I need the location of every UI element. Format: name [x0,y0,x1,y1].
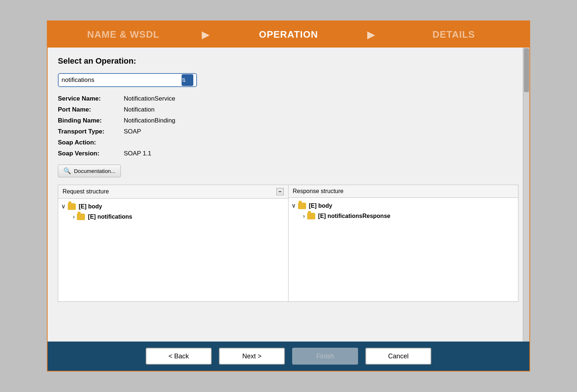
prop-port-name: Port Name: Notification [58,106,518,113]
prop-soap-action: Soap Action: [58,139,518,146]
next-button[interactable]: Next > [219,348,285,365]
operation-dropdown[interactable]: notifications ⇅ [58,73,197,87]
response-structure-panel: Response structure ∨ [E] body › [E] noti… [288,185,518,301]
request-child-folder-icon [77,214,85,220]
structure-panels: Request structure − ∨ [E] body › [E] not… [58,185,518,302]
response-tree-root: ∨ [E] body [291,202,515,209]
request-structure-panel: Request structure − ∨ [E] body › [E] not… [58,185,288,301]
finish-button[interactable]: Finish [292,348,358,365]
dropdown-arrow-btn[interactable]: ⇅ [182,74,193,86]
prop-binding-name: Binding Name: NotificationBinding [58,117,518,124]
prop-service-name: Service Name: NotificationService [58,95,518,102]
dialog-content: Select an Operation: notifications ⇅ Ser… [48,48,529,342]
wizard-step-details[interactable]: DETAILS [378,21,529,48]
response-child-toggle[interactable]: › [303,213,305,219]
request-root-toggle[interactable]: ∨ [61,203,66,210]
response-tree-child: › [E] notificationsResponse [303,213,515,219]
response-child-label: [E] notificationsResponse [318,213,390,219]
properties-table: Service Name: NotificationService Port N… [58,95,518,157]
wizard-header: NAME & WSDL ▶ OPERATION ▶ DETAILS [48,21,529,48]
request-tree-root: ∨ [E] body [61,203,285,210]
back-button[interactable]: < Back [146,348,212,365]
wizard-step-operation[interactable]: OPERATION [213,21,364,48]
prop-transport-type: Transport Type: SOAP [58,128,518,135]
request-tree-child: › [E] notifications [73,214,285,220]
request-child-label: [E] notifications [88,214,132,220]
response-tree: ∨ [E] body › [E] notificationsResponse [288,198,518,301]
request-collapse-button[interactable]: − [276,188,284,195]
dropdown-value: notifications [62,76,182,84]
response-root-label: [E] body [309,203,332,209]
request-root-folder-icon [68,203,76,210]
documentation-button[interactable]: 🔍 Documentation... [58,165,121,177]
response-child-folder-icon [307,213,315,219]
response-panel-title: Response structure [293,188,344,195]
request-root-label: [E] body [79,203,102,210]
dialog-footer: < Back Next > Finish Cancel [48,342,529,371]
doc-icon: 🔍 [63,167,71,175]
cancel-button[interactable]: Cancel [365,348,431,365]
response-root-toggle[interactable]: ∨ [291,202,296,209]
wizard-step-name-wsdl[interactable]: NAME & WSDL [48,21,199,48]
scrollbar[interactable] [523,48,529,342]
request-panel-title: Request structure [63,188,109,195]
dropdown-arrows-icon: ⇅ [182,77,193,83]
section-title: Select an Operation: [58,56,518,66]
request-child-toggle[interactable]: › [73,214,75,220]
scroll-thumb [524,48,529,92]
dialog: NAME & WSDL ▶ OPERATION ▶ DETAILS Select… [47,20,530,372]
wizard-arrow-1: ▶ [199,21,213,48]
dropdown-row: notifications ⇅ [58,73,518,87]
request-panel-header: Request structure − [58,185,288,199]
prop-soap-version: Soap Version: SOAP 1.1 [58,150,518,157]
response-root-folder-icon [298,203,306,209]
wizard-arrow-2: ▶ [364,21,378,48]
request-tree: ∨ [E] body › [E] notifications [58,199,288,301]
response-panel-header: Response structure [288,185,518,198]
